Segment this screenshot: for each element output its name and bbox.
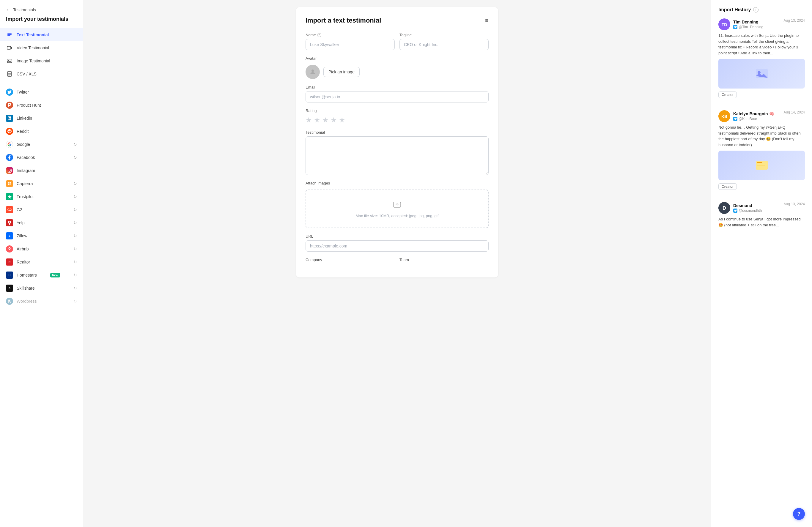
sidebar-item-text-testimonial[interactable]: Text Testimonial: [0, 28, 83, 41]
sidebar-item-yelp[interactable]: Yelp ↻: [0, 216, 83, 229]
history-card-1: TD Tim Denning @Tim_Denning Aug 13, 2024: [719, 18, 805, 104]
history-image-2: [719, 151, 805, 180]
attach-dropzone[interactable]: Max file size: 10MB, accepted: jpeg, jpg…: [306, 190, 489, 228]
sidebar-item-label: Instagram: [17, 168, 35, 173]
sidebar: ← Testimonials Import your testimonials …: [0, 0, 83, 527]
info-icon[interactable]: i: [753, 7, 758, 13]
team-label: Team: [400, 258, 489, 262]
name-input[interactable]: [306, 39, 395, 50]
sidebar-item-capterra[interactable]: Capterra ↻: [0, 177, 83, 190]
pick-image-button[interactable]: Pick an image: [323, 67, 360, 77]
star-3[interactable]: ★: [322, 116, 329, 124]
back-arrow-icon: ←: [6, 7, 11, 13]
sidebar-item-google[interactable]: Google ↻: [0, 138, 83, 151]
star-4[interactable]: ★: [331, 116, 337, 124]
sidebar-item-label: Image Testimonial: [17, 59, 50, 63]
sidebar-item-facebook[interactable]: Facebook ↻: [0, 151, 83, 164]
refresh-icon: ↻: [73, 299, 77, 304]
email-label: Email: [306, 85, 489, 89]
team-group: Team: [400, 258, 489, 262]
skillshare-icon: S: [6, 284, 13, 292]
refresh-icon: ↻: [73, 286, 77, 291]
sidebar-item-label: Homestars: [17, 273, 37, 277]
company-group: Company: [306, 258, 395, 262]
wordpress-icon: [6, 298, 13, 305]
sidebar-item-airbnb[interactable]: Airbnb ↻: [0, 243, 83, 255]
svg-rect-8: [8, 74, 11, 75]
sidebar-item-label: Video Testimonial: [17, 45, 49, 50]
sidebar-item-csv-xls[interactable]: CSV / XLS: [0, 68, 83, 80]
sidebar-item-label: CSV / XLS: [17, 72, 37, 76]
trustpilot-icon: [6, 193, 13, 200]
sidebar-item-label: Twitter: [17, 90, 29, 94]
avatar-label: Avatar: [306, 56, 489, 61]
history-date-2: Aug 14, 2024: [784, 110, 805, 114]
sidebar-item-homestars[interactable]: H Homestars New ↻: [0, 268, 83, 282]
sidebar-item-label: Product Hunt: [17, 103, 41, 107]
creator-badge-1: Creator: [719, 91, 737, 98]
sidebar-item-zillow[interactable]: Z Zillow ↻: [0, 229, 83, 243]
sidebar-item-product-hunt[interactable]: Product Hunt: [0, 99, 83, 112]
sidebar-item-wordpress[interactable]: Wordpress ↻: [0, 295, 83, 308]
g2-icon: G2: [6, 206, 13, 213]
name-group: Name ?: [306, 33, 395, 50]
svg-rect-0: [8, 33, 12, 33]
sidebar-item-label: Trustpilot: [17, 194, 33, 199]
zillow-icon: Z: [6, 232, 13, 239]
attach-hint: Max file size: 10MB, accepted: jpeg, jpg…: [356, 214, 439, 218]
svg-point-11: [311, 70, 314, 72]
sidebar-item-linkedin[interactable]: Linkedin: [0, 112, 83, 125]
sidebar-item-label: Zillow: [17, 234, 27, 238]
history-text-1: 11. Increase sales with Senja Use the pl…: [719, 33, 805, 56]
airbnb-icon: [6, 245, 13, 252]
help-button[interactable]: ?: [793, 508, 805, 520]
sidebar-item-trustpilot[interactable]: Trustpilot ↻: [0, 190, 83, 203]
image-testimonial-icon: [6, 57, 13, 64]
url-group: URL: [306, 234, 489, 252]
sidebar-item-image-testimonial[interactable]: Image Testimonial: [0, 54, 83, 68]
company-team-row: Company Team: [306, 258, 489, 262]
main-content: Import a text testimonial ≡ Name ? Tagli…: [83, 0, 711, 527]
refresh-icon: ↻: [73, 142, 77, 147]
svg-rect-2: [8, 35, 10, 36]
url-input[interactable]: [306, 240, 489, 252]
sidebar-item-skillshare[interactable]: S Skillshare ↻: [0, 282, 83, 295]
avatar-placeholder: [306, 65, 320, 79]
refresh-icon: ↻: [73, 181, 77, 186]
menu-icon[interactable]: ≡: [485, 17, 489, 24]
sidebar-item-label: Reddit: [17, 129, 29, 134]
sidebar-item-realtor[interactable]: R Realtor ↻: [0, 255, 83, 268]
history-user-2: KB Katelyn Bourgoin 🧠 @KateBour: [719, 110, 774, 122]
sidebar-item-g2[interactable]: G2 G2 ↻: [0, 203, 83, 216]
back-button[interactable]: ← Testimonials: [0, 7, 83, 16]
svg-rect-21: [757, 164, 767, 164]
email-group: Email: [306, 85, 489, 102]
refresh-icon: ↻: [73, 220, 77, 225]
sidebar-item-instagram[interactable]: Instagram: [0, 164, 83, 177]
sidebar-item-twitter[interactable]: Twitter: [0, 86, 83, 99]
text-testimonial-icon: [6, 31, 13, 38]
sidebar-item-label: Text Testimonial: [17, 32, 49, 37]
csv-xls-icon: [6, 70, 13, 77]
name-tagline-row: Name ? Tagline: [306, 33, 489, 50]
avatar-group: Avatar Pick an image: [306, 56, 489, 79]
refresh-icon: ↻: [73, 194, 77, 199]
product-hunt-icon: [6, 102, 13, 109]
sidebar-item-video-testimonial[interactable]: Video Testimonial: [0, 41, 83, 54]
company-label: Company: [306, 258, 395, 262]
testimonial-textarea[interactable]: [306, 136, 489, 175]
name-help-icon[interactable]: ?: [317, 33, 321, 37]
history-user-3: D Desmond @desmondhth: [719, 202, 762, 214]
sidebar-item-reddit[interactable]: Reddit: [0, 125, 83, 138]
history-image-1: [719, 59, 805, 89]
email-input[interactable]: [306, 91, 489, 102]
upload-icon: [392, 200, 402, 211]
sidebar-item-label: Capterra: [17, 181, 33, 186]
sidebar-item-label: Airbnb: [17, 247, 29, 251]
form-header: Import a text testimonial ≡: [306, 17, 489, 24]
star-5[interactable]: ★: [339, 116, 345, 124]
tagline-input[interactable]: [400, 39, 489, 50]
star-1[interactable]: ★: [306, 116, 312, 124]
star-2[interactable]: ★: [314, 116, 320, 124]
form-title: Import a text testimonial: [306, 17, 381, 24]
